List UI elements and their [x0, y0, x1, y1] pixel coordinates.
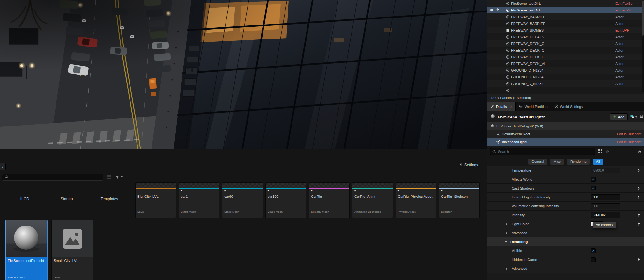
edit-in-blueprint-link[interactable]: Edit in Blueprint: [617, 132, 644, 136]
details-search-field[interactable]: [490, 148, 595, 155]
folder-hlod[interactable]: HLOD: [3, 182, 45, 218]
pin-load-icon[interactable]: [496, 8, 499, 12]
outliner-row[interactable]: GROUND_C_N1234 Actor: [487, 67, 644, 74]
outliner-row-selected[interactable]: FbxScene_testDirL Edit FbxSc: [487, 7, 644, 13]
details-settings-gear-icon[interactable]: [637, 150, 641, 154]
asset-tile[interactable]: Small_City_LVL Level: [51, 220, 93, 280]
filter-general[interactable]: General: [528, 159, 547, 165]
asset-tile[interactable]: * CarRig_Physics Asset Physics Asset: [396, 182, 436, 218]
outliner-row[interactable]: FREEWAY_BIOMES Edit BPP_: [487, 27, 644, 33]
outliner-row[interactable]: GROUND_C_N1234 Actor: [487, 80, 644, 87]
right-panel: FbxScene_testDirL Edit FbxSc FbxScene_te…: [487, 0, 644, 280]
volumetric-scattering-intensity-field[interactable]: 1.0: [591, 203, 620, 209]
bind-bolt-icon[interactable]: [637, 222, 640, 226]
property-row-volumetric-scattering-intensity[interactable]: Volumetric Scattering Intensity 1.0: [487, 202, 644, 211]
expander-icon[interactable]: [506, 223, 507, 226]
content-browser-settings-button[interactable]: Settings: [458, 162, 478, 168]
lock-icon[interactable]: [640, 114, 643, 120]
indirect-lighting-intensity-field[interactable]: 1.0: [591, 194, 620, 200]
asset-tile[interactable]: * CarRig Skeletal Mesh: [309, 182, 350, 218]
close-icon[interactable]: ×: [510, 105, 512, 109]
affects-world-checkbox[interactable]: ✓: [591, 177, 596, 182]
folder-startup[interactable]: Startup: [45, 182, 88, 218]
filter-rendering[interactable]: Rendering: [567, 159, 590, 165]
component-row-self[interactable]: FbxScene_testDirLight2 (Self): [487, 122, 644, 130]
filter-misc[interactable]: Misc: [550, 159, 564, 165]
expander-icon[interactable]: [505, 241, 507, 242]
outliner-row[interactable]: FREEWAY_DECK_C Actor: [487, 40, 644, 47]
content-search-input[interactable]: [10, 175, 100, 179]
asset-thumbnail: [396, 183, 436, 188]
outliner-row[interactable]: FREEWAY_DECK_VI Actor: [487, 60, 644, 67]
unreal-editor-window: › Settings HLOD Startup: [0, 0, 644, 280]
edit-asset-link[interactable]: Edit BPP_: [615, 28, 644, 32]
outliner-row[interactable]: FREEWAY_BARRIEF Actor: [487, 20, 644, 27]
expander-icon[interactable]: [506, 268, 507, 270]
view-options-button[interactable]: [630, 115, 637, 119]
property-row-hidden-in-game[interactable]: Hidden in Game: [487, 255, 644, 264]
bind-bolt-icon[interactable]: [637, 169, 640, 172]
property-row-indirect-lighting-intensity[interactable]: Indirect Lighting Intensity 1.0: [487, 193, 644, 202]
bind-bolt-icon[interactable]: [637, 195, 640, 199]
property-row-advanced-2[interactable]: Advanced: [487, 264, 644, 273]
component-row-scene-root[interactable]: DefaultSceneRoot Edit in Blueprint: [487, 130, 644, 138]
outliner-scrollbar[interactable]: [642, 1, 644, 92]
details-search-input[interactable]: [498, 150, 593, 154]
add-component-button[interactable]: Add: [610, 113, 628, 120]
asset-tile[interactable]: * CarRig_Anim Animation Sequence: [352, 182, 393, 218]
property-row-light-color[interactable]: Light Color: [487, 219, 644, 228]
filter-button[interactable]: [115, 175, 123, 179]
asset-tile-selected[interactable]: FbxScene_testDir Light Blueprint Class: [5, 220, 47, 280]
bind-bolt-icon[interactable]: [637, 258, 640, 261]
outliner-row[interactable]: FREEWAY_DECK_C Actor: [487, 54, 644, 60]
property-row-visible[interactable]: Visible ✓: [487, 246, 644, 255]
list-view-icon[interactable]: [107, 174, 111, 180]
grid-view-icon[interactable]: [598, 149, 602, 154]
level-viewport[interactable]: [0, 0, 487, 149]
tab-details[interactable]: Details ×: [487, 102, 516, 111]
asset-name: car100: [266, 194, 306, 199]
property-row-affects-world[interactable]: Affects World ✓: [487, 175, 644, 184]
details-search-row: ☆: [487, 146, 644, 157]
asset-tile[interactable]: * car60 Static Mesh: [222, 182, 263, 218]
details-tab-strip: Details × World Partition World Settings: [487, 102, 644, 111]
component-row-directional-light[interactable]: directionalLight1 Edit in Blueprint: [487, 138, 644, 146]
viewport-scene: [0, 0, 487, 149]
asset-tile[interactable]: * CarRig_Skeleton Skeleton: [439, 182, 480, 218]
tab-world-settings[interactable]: World Settings: [551, 102, 586, 111]
asset-tile[interactable]: Big_City_LVL Level: [135, 182, 176, 218]
property-row-intensity[interactable]: Intensity 20.0 lux: [487, 211, 644, 219]
tab-world-partition[interactable]: World Partition: [516, 102, 551, 111]
gear-icon: [458, 162, 463, 168]
content-search-field[interactable]: [2, 174, 103, 181]
asset-tile[interactable]: * car100 Static Mesh: [265, 182, 306, 218]
favorites-star-icon[interactable]: ☆: [605, 150, 609, 154]
filter-all[interactable]: All: [593, 159, 603, 165]
actor-icon: [506, 89, 511, 92]
edit-asset-link[interactable]: Edit FbxSc: [615, 2, 644, 5]
outliner-row[interactable]: GROUND_C_N1234 Actor: [487, 74, 644, 80]
outliner-row[interactable]: FREEWAY_DECALS Actor: [487, 33, 644, 40]
property-row-temperature[interactable]: Temperature 6500.0: [487, 166, 644, 175]
folder-templates[interactable]: Templates: [88, 182, 131, 218]
outliner-row[interactable]: FREEWAY_BARRIEF Actor: [487, 13, 644, 20]
property-row-cast-shadows[interactable]: Cast Shadows ✓: [487, 184, 644, 193]
details-filter-tabs: General Misc Rendering All: [487, 157, 644, 166]
hidden-in-game-checkbox[interactable]: [591, 257, 596, 262]
bind-bolt-icon[interactable]: [637, 186, 640, 190]
edit-asset-link[interactable]: Edit FbxSc: [615, 8, 644, 12]
property-row-advanced[interactable]: Advanced: [487, 228, 644, 237]
outliner-row-partial[interactable]: [487, 87, 644, 94]
outliner-row[interactable]: FREEWAY_DECK_C Actor: [487, 47, 644, 54]
asset-tile[interactable]: * car1 Static Mesh: [179, 182, 219, 218]
expander-icon[interactable]: [506, 232, 507, 234]
bind-bolt-icon[interactable]: [637, 213, 640, 217]
visibility-eye-icon[interactable]: [489, 8, 494, 12]
outliner-row[interactable]: FbxScene_testDirL Edit FbxSc: [487, 0, 644, 7]
edit-in-blueprint-link[interactable]: Edit in Blueprint: [617, 140, 644, 144]
cast-shadows-checkbox[interactable]: ✓: [591, 186, 596, 190]
visible-checkbox[interactable]: ✓: [591, 248, 596, 253]
temperature-field[interactable]: 6500.0: [591, 168, 620, 173]
sources-expand-button[interactable]: ›: [0, 163, 6, 170]
section-rendering[interactable]: Rendering: [487, 237, 644, 246]
